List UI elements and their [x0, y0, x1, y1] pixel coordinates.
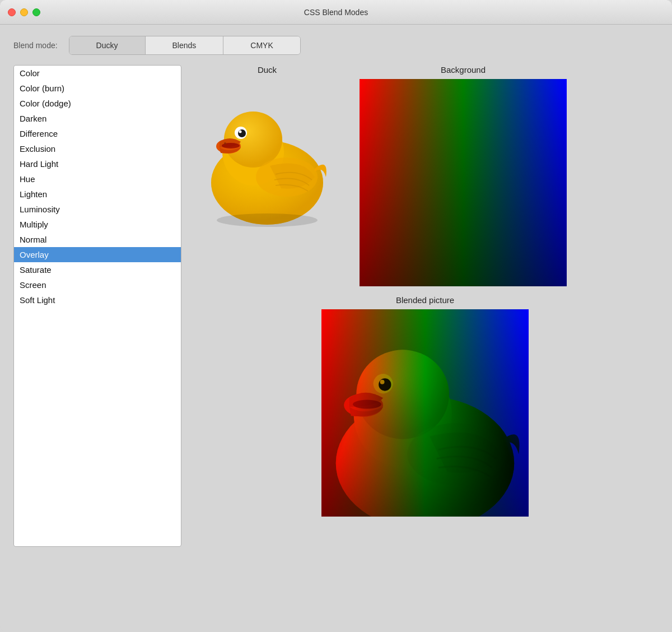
blend-item-screen[interactable]: Screen: [14, 277, 181, 292]
title-bar: CSS Blend Modes: [0, 0, 672, 25]
blend-item-multiply[interactable]: Multiply: [14, 217, 181, 232]
blend-item-color-dodge[interactable]: Color (dodge): [14, 96, 181, 111]
duck-label: Duck: [258, 65, 277, 75]
tab-cmyk[interactable]: CMYK: [223, 36, 300, 54]
top-row: Blend mode: Ducky Blends CMYK: [13, 36, 659, 55]
blend-item-normal[interactable]: Normal: [14, 232, 181, 247]
blend-item-overlay[interactable]: Overlay: [14, 247, 181, 262]
body-layout: Color Color (burn) Color (dodge) Darken …: [13, 65, 659, 547]
svg-point-27: [353, 400, 381, 409]
minimize-button[interactable]: [20, 8, 28, 16]
duck-section: Duck: [192, 65, 343, 230]
blended-image: [321, 309, 529, 517]
tab-blends[interactable]: Blends: [146, 36, 224, 54]
svg-point-11: [224, 142, 226, 145]
tab-ducky[interactable]: Ducky: [69, 36, 146, 54]
main-content: Blend mode: Ducky Blends CMYK Color Colo…: [0, 25, 672, 632]
right-panel: Duck: [192, 65, 659, 517]
blend-item-luminosity[interactable]: Luminosity: [14, 202, 181, 217]
traffic-lights: [8, 8, 40, 16]
blend-item-soft-light[interactable]: Soft Light: [14, 292, 181, 308]
blend-item-exclusion[interactable]: Exclusion: [14, 141, 181, 156]
blend-item-darken[interactable]: Darken: [14, 111, 181, 126]
window-title: CSS Blend Modes: [304, 8, 368, 17]
blend-item-difference[interactable]: Difference: [14, 126, 181, 141]
tab-bar: Ducky Blends CMYK: [69, 36, 301, 55]
svg-point-24: [379, 378, 391, 391]
images-row: Duck: [192, 65, 659, 286]
blend-mode-list: Color Color (burn) Color (dodge) Darken …: [13, 65, 181, 547]
background-section: Background: [360, 65, 567, 286]
blend-item-color-burn[interactable]: Color (burn): [14, 81, 181, 96]
sidebar: Color Color (burn) Color (dodge) Darken …: [13, 65, 181, 547]
svg-point-8: [239, 131, 242, 133]
blended-label: Blended picture: [396, 295, 454, 305]
svg-point-12: [217, 213, 318, 227]
blend-item-hue[interactable]: Hue: [14, 171, 181, 187]
background-label: Background: [441, 65, 486, 75]
blend-item-lighten[interactable]: Lighten: [14, 187, 181, 202]
close-button[interactable]: [8, 8, 16, 16]
blended-section: Blended picture: [192, 295, 659, 517]
blend-item-hard-light[interactable]: Hard Light: [14, 156, 181, 171]
background-gradient: [360, 79, 567, 286]
svg-point-25: [380, 380, 385, 384]
blend-item-saturate[interactable]: Saturate: [14, 262, 181, 277]
duck-image: [192, 79, 343, 230]
svg-rect-14: [360, 79, 567, 286]
svg-point-7: [238, 129, 246, 137]
maximize-button[interactable]: [32, 8, 40, 16]
blend-mode-label: Blend mode:: [13, 41, 58, 50]
blend-item-color[interactable]: Color: [14, 66, 181, 81]
